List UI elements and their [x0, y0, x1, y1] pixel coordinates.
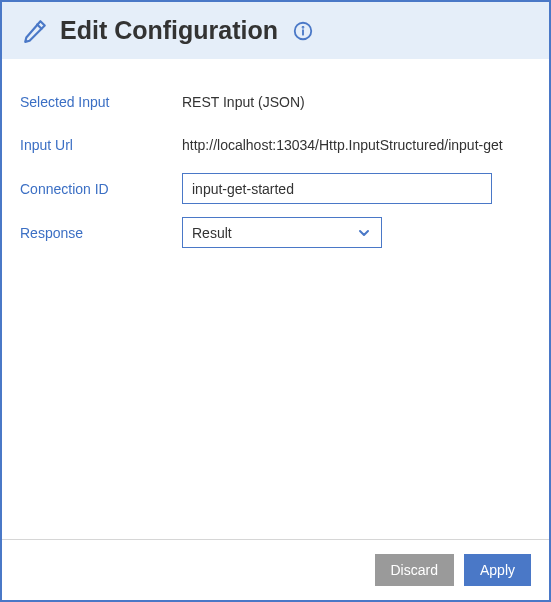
- label-input-url: Input Url: [20, 137, 182, 153]
- label-response: Response: [20, 225, 182, 241]
- edit-configuration-dialog: Edit Configuration Selected Input REST I…: [0, 0, 551, 602]
- row-connection-id: Connection ID: [20, 173, 531, 204]
- label-selected-input: Selected Input: [20, 94, 182, 110]
- discard-button[interactable]: Discard: [375, 554, 454, 586]
- dialog-title: Edit Configuration: [60, 16, 278, 45]
- chevron-down-icon: [356, 225, 372, 241]
- svg-point-2: [303, 26, 304, 27]
- response-select[interactable]: Result: [182, 217, 382, 248]
- row-response: Response Result: [20, 217, 531, 248]
- connection-id-input[interactable]: [182, 173, 492, 204]
- apply-button[interactable]: Apply: [464, 554, 531, 586]
- dialog-header: Edit Configuration: [2, 2, 549, 59]
- pencil-icon: [22, 18, 48, 44]
- info-icon[interactable]: [290, 20, 314, 42]
- label-connection-id: Connection ID: [20, 181, 182, 197]
- response-select-value: Result: [192, 225, 356, 241]
- dialog-body: Selected Input REST Input (JSON) Input U…: [2, 59, 549, 539]
- row-selected-input: Selected Input REST Input (JSON): [20, 87, 531, 117]
- value-input-url: http://localhost:13034/Http.InputStructu…: [182, 137, 531, 153]
- dialog-footer: Discard Apply: [2, 539, 549, 600]
- row-input-url: Input Url http://localhost:13034/Http.In…: [20, 130, 531, 160]
- value-selected-input: REST Input (JSON): [182, 94, 531, 110]
